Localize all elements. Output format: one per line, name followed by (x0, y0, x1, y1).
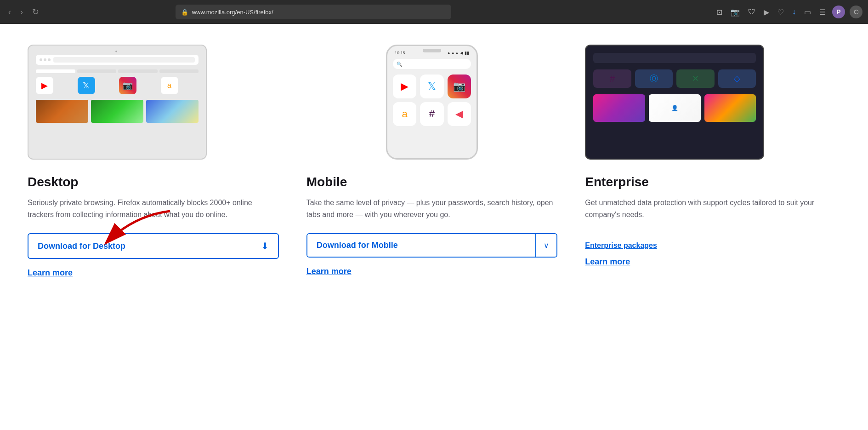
tab-2 (77, 69, 117, 73)
mobile-status-bar: 10:15 ▲▲▲ ◀ ▮▮ (395, 51, 469, 55)
cards-grid: ▶ 𝕏 📷 a Desktop Seriously private browsi… (28, 42, 836, 278)
recent-plant (91, 100, 143, 123)
mobile-search-icon: 🔍 (397, 62, 402, 67)
mobile-amazon: a (393, 102, 416, 126)
lock-icon: 🔒 (181, 9, 188, 16)
mobile-learn-more-link[interactable]: Learn more (306, 267, 352, 276)
caret-down-icon: ∨ (544, 241, 549, 250)
mobile-search-bar: 🔍 (393, 59, 471, 69)
dot-1 (40, 58, 42, 61)
enterprise-mockup: # Ⓞ ✕ ◇ 👤 (585, 45, 764, 160)
recent-pizza (36, 100, 88, 123)
mobile-mockup-container: 10:15 ▲▲▲ ◀ ▮▮ 🔍 ▶ 𝕏 📷 a # ◀ (306, 42, 558, 162)
mobile-title: Mobile (306, 175, 558, 189)
enterprise-search-bar (593, 53, 756, 63)
refresh-button[interactable]: ↻ (29, 5, 42, 19)
mobile-shortcuts-grid: ▶ 𝕏 📷 a # ◀ (393, 75, 471, 126)
tab-3 (118, 69, 158, 73)
download-desktop-label: Download for Desktop (38, 241, 125, 251)
tab-1 (36, 69, 75, 73)
mobile-pocket: ◀ (448, 102, 471, 126)
battery-icon[interactable]: ▭ (802, 6, 813, 18)
browser-tabs (36, 69, 199, 73)
forward-button[interactable]: › (17, 6, 26, 19)
desktop-learn-more-link[interactable]: Learn more (28, 268, 73, 277)
desktop-mockup: ▶ 𝕏 📷 a (28, 45, 207, 160)
desktop-shortcuts: ▶ 𝕏 📷 a (36, 77, 199, 94)
enterprise-slack: # (593, 69, 631, 88)
desktop-card: ▶ 𝕏 📷 a Desktop Seriously private browsi… (28, 42, 279, 278)
browser-chrome: ‹ › ↻ 🔒 www.mozilla.org/en-US/firefox/ ⊡… (0, 0, 868, 24)
enterprise-recent: 👤 (593, 94, 756, 122)
ent-recent-3 (704, 94, 756, 122)
desktop-desc: Seriously private browsing. Firefox auto… (28, 197, 279, 220)
enterprise-card: # Ⓞ ✕ ◇ 👤 Enterprise Get unmatched d (585, 42, 836, 278)
browser-search-bar (53, 57, 195, 63)
menu-icon[interactable]: ☰ (817, 6, 828, 18)
profile-avatar[interactable]: P (832, 6, 845, 18)
enterprise-learn-more-link[interactable]: Learn more (585, 257, 630, 266)
download-desktop-button[interactable]: Download for Desktop ⬇ (28, 233, 279, 259)
mobile-time: 10:15 (395, 51, 405, 55)
mobile-signal: ▲▲▲ ◀ ▮▮ (447, 51, 469, 55)
recent-books (146, 100, 199, 123)
browser-dots (40, 58, 51, 61)
enterprise-mockup-container: # Ⓞ ✕ ◇ 👤 (585, 42, 836, 162)
dot-3 (48, 58, 51, 61)
desktop-browser-bar (36, 55, 199, 65)
download-mobile-button[interactable]: Download for Mobile (307, 234, 536, 257)
download-mobile-split: Download for Mobile ∨ (306, 233, 558, 258)
enterprise-excel: ✕ (676, 69, 715, 88)
enterprise-title: Enterprise (585, 175, 836, 189)
page-content: ▶ 𝕏 📷 a Desktop Seriously private browsi… (0, 24, 868, 430)
youtube-shortcut: ▶ (36, 77, 53, 94)
enterprise-shortcuts: # Ⓞ ✕ ◇ (593, 69, 756, 88)
shield-icon[interactable]: 🛡 (746, 6, 757, 18)
mobile-twitter: 𝕏 (420, 75, 443, 98)
sync-icon[interactable]: ↓ (790, 6, 798, 18)
enterprise-packages-link[interactable]: Enterprise packages (585, 241, 836, 250)
bookmarks-icon[interactable]: ♡ (776, 6, 786, 18)
enterprise-dropbox: ◇ (718, 69, 756, 88)
camera-icon[interactable]: 📷 (729, 6, 742, 18)
back-button[interactable]: ‹ (6, 6, 14, 19)
dot-2 (44, 58, 46, 61)
url-text: www.mozilla.org/en-US/firefox/ (192, 9, 273, 16)
mobile-youtube: ▶ (393, 75, 416, 98)
enterprise-outlook: Ⓞ (635, 69, 673, 88)
mobile-card: 10:15 ▲▲▲ ◀ ▮▮ 🔍 ▶ 𝕏 📷 a # ◀ (306, 42, 558, 278)
enterprise-desc: Get unmatched data protection with suppo… (585, 197, 836, 220)
address-bar[interactable]: 🔒 www.mozilla.org/en-US/firefox/ (176, 5, 451, 19)
desktop-mockup-container: ▶ 𝕏 📷 a (28, 42, 279, 162)
twitter-shortcut: 𝕏 (78, 77, 95, 94)
ent-recent-1 (593, 94, 645, 122)
toolbar-icons: ⊡ 📷 🛡 ▶ ♡ ↓ ▭ ☰ P ⬡ (715, 6, 862, 18)
mobile-desc: Take the same level of privacy — plus yo… (306, 197, 558, 220)
download-desktop-icon: ⬇ (261, 241, 269, 252)
ent-recent-2: 👤 (649, 94, 701, 122)
download-mobile-caret[interactable]: ∨ (535, 234, 556, 257)
download-mobile-label: Download for Mobile (317, 241, 398, 250)
amazon-shortcut: a (161, 77, 178, 94)
extensions-icon[interactable]: ⬡ (850, 6, 862, 18)
mobile-slack: # (420, 102, 443, 126)
desktop-title: Desktop (28, 175, 279, 189)
instagram-shortcut: 📷 (119, 77, 136, 94)
mobile-instagram: 📷 (448, 75, 471, 98)
tab-4 (159, 69, 199, 73)
play-icon[interactable]: ▶ (762, 6, 771, 18)
screenshots-icon[interactable]: ⊡ (715, 6, 724, 18)
desktop-recent (36, 100, 199, 123)
mobile-mockup: 10:15 ▲▲▲ ◀ ▮▮ 🔍 ▶ 𝕏 📷 a # ◀ (386, 45, 478, 160)
